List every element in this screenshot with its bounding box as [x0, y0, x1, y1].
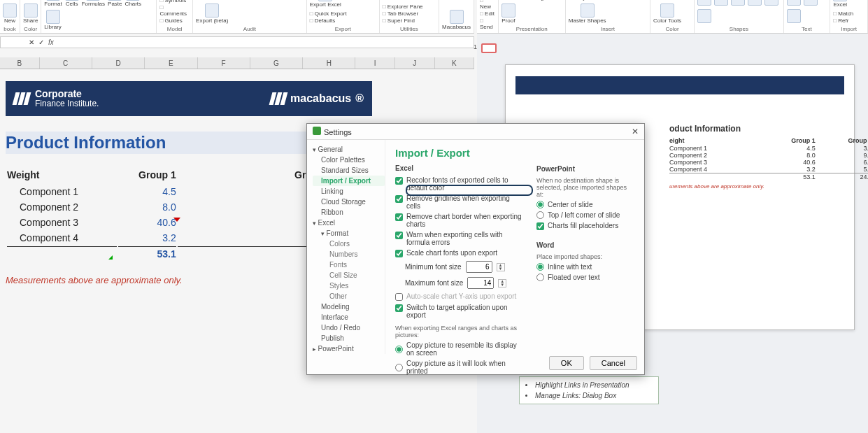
- tree-linking[interactable]: Linking: [313, 186, 385, 197]
- pp-topleft[interactable]: Top / left corner of slide: [536, 210, 634, 220]
- master-icon[interactable]: Master Shapes: [569, 3, 606, 24]
- paste-icon[interactable]: Paste: [108, 0, 122, 7]
- tree-colors[interactable]: Colors: [313, 239, 385, 249]
- watch-icon[interactable]: Watch: [238, 0, 253, 1]
- t3-icon[interactable]: [787, 9, 801, 24]
- fx-enter-icon[interactable]: ✓: [38, 38, 44, 46]
- pp-fill[interactable]: Charts fill placeholders: [536, 220, 634, 232]
- ribbon-mini[interactable]: Guides: [159, 17, 190, 24]
- opt-switch-target[interactable]: Switch to target application upon export: [395, 302, 522, 320]
- t1-icon[interactable]: [787, 0, 801, 6]
- ribbon-mini[interactable]: Tab Browser: [383, 10, 423, 17]
- ribbon-mini[interactable]: Super Find: [383, 17, 423, 24]
- wd-inline[interactable]: Inline with text: [536, 262, 634, 272]
- pic-printed[interactable]: Copy picture as it will look when printe…: [395, 358, 522, 376]
- exportexcel-icon[interactable]: Export Excel: [310, 0, 341, 8]
- format-icon[interactable]: Format: [44, 0, 62, 7]
- s5-icon[interactable]: [764, 0, 778, 6]
- tree-interface[interactable]: Interface: [313, 312, 385, 322]
- cells-icon[interactable]: Cells: [65, 0, 79, 7]
- min-font-input[interactable]: [466, 261, 492, 273]
- pic-display[interactable]: Copy picture to resemble its display on …: [395, 340, 522, 358]
- link-manage[interactable]: Manage Links: Dialog Box: [525, 390, 653, 401]
- charts-icon[interactable]: Charts: [125, 0, 142, 7]
- col-header[interactable]: F: [198, 57, 250, 69]
- agenda-icon[interactable]: Agenda: [537, 0, 557, 1]
- visualize-icon[interactable]: Visualize: [213, 0, 235, 1]
- opt-remove-gridlines[interactable]: Remove gridlines when exporting cells: [395, 193, 522, 211]
- exportbeta-icon[interactable]: Export (beta): [196, 3, 228, 24]
- col-header[interactable]: D: [92, 57, 145, 69]
- ribbon-mini[interactable]: Refr: [833, 17, 853, 24]
- formula-bar[interactable]: ✕ ✓ fx: [0, 36, 474, 48]
- ribbon-mini[interactable]: Quick Export: [310, 10, 347, 17]
- proof-icon[interactable]: Proof: [501, 3, 515, 24]
- max-font-row[interactable]: Maximum font size ▲▼: [395, 275, 522, 291]
- col-header[interactable]: I: [355, 57, 395, 69]
- new-icon[interactable]: New: [3, 3, 17, 24]
- opt-scale-fonts[interactable]: Scale chart fonts upon export: [395, 248, 522, 259]
- ribbon-mini[interactable]: Comments: [159, 4, 190, 17]
- col-header[interactable]: K: [435, 57, 475, 69]
- col-header[interactable]: E: [145, 57, 197, 69]
- library-icon[interactable]: Library: [44, 10, 61, 30]
- colortools-icon[interactable]: Color Tools: [653, 3, 681, 24]
- col-header[interactable]: H: [303, 57, 355, 69]
- tree-publish[interactable]: Publish: [313, 333, 385, 343]
- s4-icon[interactable]: [748, 0, 762, 6]
- ribbon-mini[interactable]: Explorer Pane: [383, 3, 423, 10]
- ribbon-mini[interactable]: New: [480, 0, 495, 10]
- tree-standard-sizes[interactable]: Standard Sizes: [313, 165, 385, 176]
- opt-recolor[interactable]: Recolor fonts of exported cells to defau…: [395, 175, 522, 193]
- ribbon-mini[interactable]: Edit: [480, 10, 495, 17]
- formulas-icon[interactable]: Formulas: [82, 0, 105, 7]
- tree-import-export[interactable]: Import / Export: [313, 176, 385, 186]
- opt-autoscale[interactable]: Auto-scale chart Y-axis upon export: [395, 291, 522, 302]
- tree-fonts[interactable]: Fonts: [313, 260, 385, 270]
- tree-cloud-storage[interactable]: Cloud Storage: [313, 197, 385, 207]
- wd-float[interactable]: Floated over text: [536, 272, 634, 283]
- opt-warn-formula[interactable]: Warn when exporting cells with formula e…: [395, 229, 522, 248]
- fx-icon[interactable]: fx: [48, 38, 54, 46]
- share-icon[interactable]: Share: [501, 0, 516, 1]
- tree-styles[interactable]: Styles: [313, 281, 385, 291]
- fx-cancel-icon[interactable]: ✕: [29, 38, 34, 46]
- tree-numbers[interactable]: Numbers: [313, 249, 385, 260]
- tree-format[interactable]: Format: [313, 228, 385, 239]
- tree-undo-redo[interactable]: Undo / Redo: [313, 322, 385, 333]
- s6-icon[interactable]: [697, 9, 711, 24]
- tree-cell-size[interactable]: Cell Size: [313, 270, 385, 281]
- tree-other[interactable]: Other: [313, 291, 385, 301]
- ribbon-mini[interactable]: Send: [480, 17, 495, 30]
- col-header[interactable]: C: [40, 57, 92, 69]
- tree-modeling[interactable]: Modeling: [313, 301, 385, 312]
- close-icon[interactable]: ✕: [632, 127, 639, 136]
- turbo-icon[interactable]: Turbo Charts: [588, 0, 620, 1]
- view-icon[interactable]: View: [383, 0, 397, 1]
- col-header[interactable]: B: [0, 57, 40, 69]
- s1-icon[interactable]: [697, 0, 711, 6]
- col-header[interactable]: G: [250, 57, 303, 69]
- share-icon[interactable]: Share: [23, 3, 38, 24]
- spinner-icon[interactable]: ▲▼: [497, 263, 505, 271]
- ribbon-mini[interactable]: Symbols: [159, 0, 190, 3]
- tree-excel[interactable]: Excel: [313, 218, 385, 228]
- slides-icon[interactable]: Slides: [519, 0, 534, 1]
- pp-center[interactable]: Center of slide: [536, 199, 634, 210]
- slide-thumbnail[interactable]: [481, 43, 497, 53]
- link-highlight[interactable]: Highlight Links in Presentation: [525, 380, 653, 390]
- tree-general[interactable]: General: [313, 144, 385, 155]
- spinner-icon[interactable]: ▲▼: [498, 279, 506, 288]
- tree-powerpoint[interactable]: PowerPoint: [313, 343, 385, 354]
- discuss-icon[interactable]: Discuss: [257, 0, 276, 1]
- t2-icon[interactable]: [804, 0, 818, 6]
- macabacus-icon[interactable]: Macabacus: [442, 10, 471, 30]
- ribbon-mini[interactable]: Match: [833, 10, 853, 17]
- trace-icon[interactable]: Trace: [196, 0, 210, 1]
- max-font-input[interactable]: [467, 277, 494, 289]
- paint-icon[interactable]: [653, 0, 667, 1]
- ok-button[interactable]: OK: [549, 356, 584, 370]
- min-font-row[interactable]: Minimum font size ▲▼: [395, 259, 522, 275]
- opt-remove-border[interactable]: Remove chart border when exporting chart…: [395, 211, 522, 229]
- col-header[interactable]: J: [395, 57, 435, 69]
